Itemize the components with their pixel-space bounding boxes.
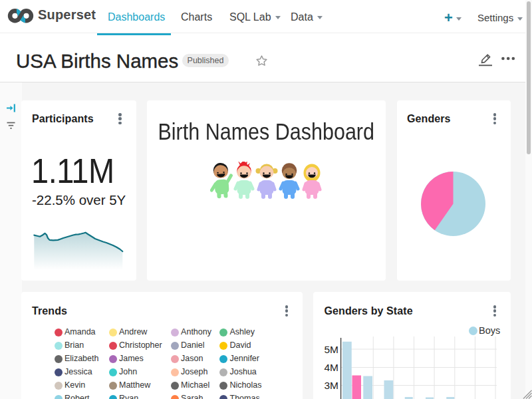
svg-text:3M: 3M	[324, 380, 338, 391]
svg-text:4M: 4M	[324, 362, 338, 373]
svg-text:5M: 5M	[324, 344, 338, 355]
